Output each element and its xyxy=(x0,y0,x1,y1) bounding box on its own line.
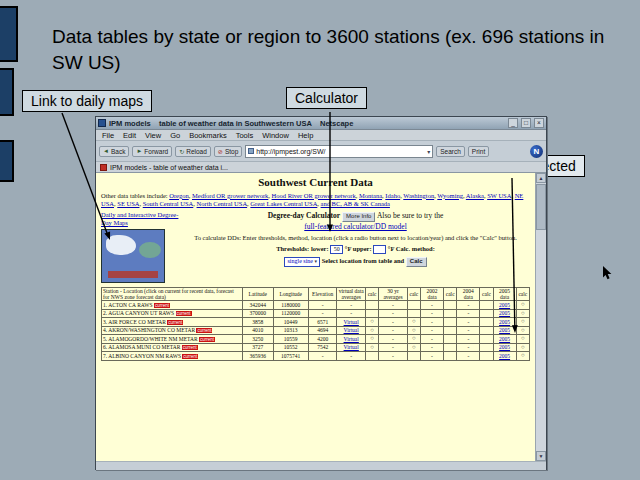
region-link[interactable]: Idaho xyxy=(385,192,400,199)
scroll-down-icon[interactable]: ▼ xyxy=(536,451,546,461)
station-name[interactable]: 1. ACTON CA RAWS xyxy=(103,302,153,308)
more-info-button[interactable]: More Info xyxy=(342,212,375,222)
cell-2005-link[interactable]: 2005 xyxy=(493,352,516,361)
current-badge[interactable]: current xyxy=(176,311,192,316)
region-link[interactable]: Wyoming xyxy=(437,192,463,199)
method-select[interactable]: single sine ▾ xyxy=(284,257,320,267)
current-badge[interactable]: current xyxy=(199,337,215,342)
calc-radio[interactable] xyxy=(407,309,420,318)
menu-item[interactable]: Window xyxy=(262,131,289,140)
close-button[interactable]: × xyxy=(534,118,544,128)
search-button[interactable]: Search xyxy=(436,146,465,157)
calc-radio[interactable]: ○ xyxy=(366,335,379,344)
calc-radio[interactable] xyxy=(480,335,493,344)
netscape-logo-icon[interactable]: N xyxy=(530,145,543,158)
region-link[interactable]: SW USA xyxy=(487,192,511,199)
calc-button[interactable]: Calc xyxy=(406,257,427,267)
url-bar[interactable]: http://ipmpest.org/SW/ ▾ xyxy=(245,145,433,158)
calc-radio[interactable]: ○ xyxy=(516,352,529,361)
menu-item[interactable]: Help xyxy=(298,131,313,140)
calc-radio[interactable] xyxy=(407,352,420,361)
cell-2005-link[interactable]: 2005 xyxy=(493,309,516,318)
region-link[interactable]: Alaska xyxy=(466,192,484,199)
vertical-scrollbar[interactable]: ▲ ▼ xyxy=(535,173,546,461)
menu-item[interactable]: Edit xyxy=(123,131,136,140)
region-link[interactable]: Medford OR grower network xyxy=(192,192,268,199)
station-name[interactable]: 6. ALAMOSA MUNI CO METAR xyxy=(103,344,180,350)
calc-radio[interactable] xyxy=(444,301,457,310)
calc-radio[interactable]: ○ xyxy=(516,343,529,352)
station-name[interactable]: 3. AIR FORCE CO METAR xyxy=(103,319,166,325)
calc-radio[interactable] xyxy=(444,352,457,361)
cell-2005-link[interactable]: 2005 xyxy=(493,301,516,310)
cell-virtual-link[interactable]: Virtual xyxy=(337,343,366,352)
calc-radio[interactable]: ○ xyxy=(516,309,529,318)
cell-2005-link[interactable]: 2005 xyxy=(493,335,516,344)
calc-radio[interactable] xyxy=(444,343,457,352)
calc-radio[interactable] xyxy=(480,309,493,318)
lower-threshold-input[interactable]: 50 xyxy=(330,245,343,254)
calc-radio[interactable]: ○ xyxy=(516,335,529,344)
calc-radio[interactable]: ○ xyxy=(407,335,420,344)
scrollbar-thumb[interactable] xyxy=(536,184,546,230)
region-link[interactable]: Washington xyxy=(403,192,434,199)
calc-radio[interactable]: ○ xyxy=(366,343,379,352)
calc-radio[interactable]: ○ xyxy=(407,318,420,327)
maximize-button[interactable]: □ xyxy=(521,118,531,128)
calc-radio[interactable] xyxy=(480,326,493,335)
menu-item[interactable]: View xyxy=(145,131,161,140)
calc-radio[interactable] xyxy=(480,343,493,352)
station-name[interactable]: 2. AGUA CANYON UT RAWS xyxy=(103,310,174,316)
calc-radio[interactable]: ○ xyxy=(366,318,379,327)
calc-radio[interactable] xyxy=(480,301,493,310)
region-link[interactable]: Oregon xyxy=(169,192,189,199)
current-badge[interactable]: current xyxy=(154,303,170,308)
cell-2005-link[interactable]: 2005 xyxy=(493,318,516,327)
stop-button[interactable]: ⊘Stop xyxy=(214,146,242,157)
region-link[interactable]: Montana xyxy=(359,192,382,199)
cell-virtual-link[interactable]: Virtual xyxy=(337,326,366,335)
region-link[interactable]: Great Lakes Central USA xyxy=(250,200,317,207)
forward-button[interactable]: ►Forward xyxy=(132,146,172,157)
upper-threshold-input[interactable] xyxy=(373,245,386,254)
region-link[interactable]: North Central USA xyxy=(197,200,248,207)
calc-radio[interactable]: ○ xyxy=(516,318,529,327)
cell-virtual-link[interactable]: Virtual xyxy=(337,335,366,344)
back-button[interactable]: ◄Back xyxy=(99,146,129,157)
calc-radio[interactable]: ○ xyxy=(366,326,379,335)
daily-maps-link[interactable]: Daily and Interactive Degree-Day Maps xyxy=(101,211,181,227)
minimize-button[interactable]: _ xyxy=(508,118,518,128)
cell-virtual-link[interactable]: Virtual xyxy=(337,318,366,327)
menu-item[interactable]: File xyxy=(102,131,114,140)
station-name[interactable]: 4. AKRON/WASHINGTON CO METAR xyxy=(103,327,195,333)
calc-radio[interactable]: ○ xyxy=(516,326,529,335)
calc-radio[interactable] xyxy=(444,335,457,344)
reload-button[interactable]: ↻Reload xyxy=(175,146,211,157)
cell-2005-link[interactable]: 2005 xyxy=(493,343,516,352)
calc-radio[interactable] xyxy=(444,309,457,318)
calc-radio[interactable] xyxy=(480,352,493,361)
calc-radio[interactable]: ○ xyxy=(407,343,420,352)
region-link[interactable]: SE USA xyxy=(117,200,139,207)
calc-radio[interactable] xyxy=(366,301,379,310)
title-bar[interactable]: IPM models table of weather data in Sout… xyxy=(96,117,546,130)
bookmark-tab-label[interactable]: IPM models - table of weather data i... xyxy=(110,164,228,171)
full-calculator-link[interactable]: full-featured calculator/DD model xyxy=(304,222,406,231)
cell-2005-link[interactable]: 2005 xyxy=(493,326,516,335)
current-badge[interactable]: current xyxy=(182,354,198,359)
menu-item[interactable]: Tools xyxy=(236,131,254,140)
calc-radio[interactable] xyxy=(444,326,457,335)
region-link[interactable]: South Central USA xyxy=(143,200,194,207)
scroll-up-icon[interactable]: ▲ xyxy=(536,173,546,183)
calc-radio[interactable]: ○ xyxy=(516,301,529,310)
current-badge[interactable]: current xyxy=(182,345,198,350)
menu-item[interactable]: Go xyxy=(170,131,180,140)
calc-radio[interactable] xyxy=(444,318,457,327)
current-badge[interactable]: current xyxy=(167,320,183,325)
station-name[interactable]: 7. ALBINO CANYON NM RAWS xyxy=(103,353,181,359)
calc-radio[interactable] xyxy=(480,318,493,327)
region-link[interactable]: and BC, AB & SK Canada xyxy=(321,200,390,207)
degree-day-map-thumbnail[interactable] xyxy=(101,229,165,283)
current-badge[interactable]: current xyxy=(196,328,212,333)
print-button[interactable]: Print xyxy=(468,146,489,157)
